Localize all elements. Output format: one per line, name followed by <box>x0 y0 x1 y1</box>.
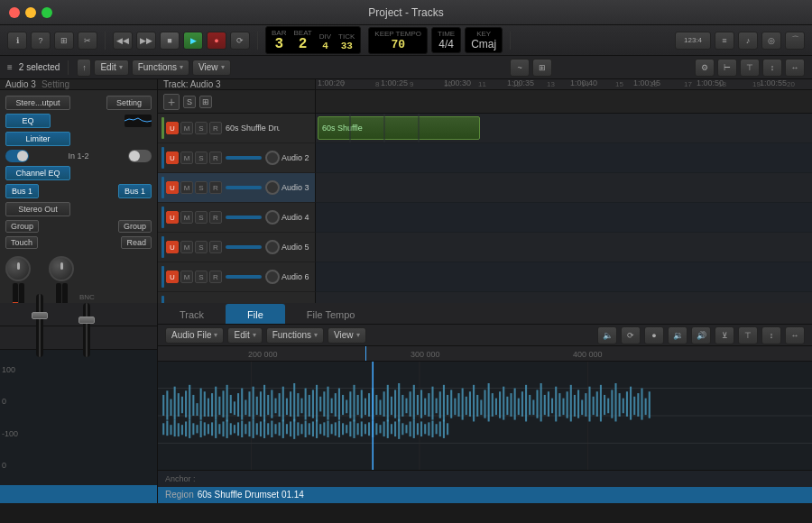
main-fader[interactable] <box>36 294 43 357</box>
rewind-button[interactable]: ◀◀ <box>113 32 133 50</box>
track-fader-6[interactable] <box>226 275 262 279</box>
speaker-icon-btn[interactable]: 🔈 <box>597 326 617 344</box>
track-lane-6[interactable] <box>316 262 812 292</box>
track-m-5[interactable]: M <box>180 241 193 253</box>
track-u-6[interactable]: U <box>166 271 179 283</box>
audio-file-dropdown[interactable]: Audio File ▾ <box>165 327 224 344</box>
add-track-button[interactable]: + <box>163 94 180 110</box>
waveform-display[interactable] <box>158 362 812 470</box>
snap-btn[interactable]: ⊞ <box>532 59 552 77</box>
track-s-4[interactable]: S <box>195 211 208 224</box>
track-r-5[interactable]: R <box>209 241 222 253</box>
track-knob-5[interactable] <box>265 240 280 254</box>
eq-btn[interactable]: EQ <box>5 114 51 128</box>
pan-knob-l[interactable] <box>5 256 31 281</box>
track-fader-2[interactable] <box>226 156 262 160</box>
nav-up-btn[interactable]: ⊤ <box>740 59 760 77</box>
track-m-4[interactable]: M <box>180 211 193 224</box>
fader-thumb[interactable] <box>32 312 48 319</box>
zoom-btn[interactable]: ⚙ <box>695 59 715 77</box>
vol-down-btn[interactable]: 🔉 <box>668 326 687 344</box>
track-lane-2[interactable] <box>316 143 812 173</box>
loop-button[interactable]: ⟳ <box>230 32 250 50</box>
track-m-6[interactable]: M <box>180 271 193 283</box>
help-button[interactable]: ? <box>31 32 51 50</box>
automation-btn[interactable]: ~ <box>510 59 530 77</box>
record-button[interactable]: ● <box>207 32 226 50</box>
track-u-4[interactable]: U <box>166 211 179 224</box>
track-r-btn-1[interactable]: R <box>209 122 222 134</box>
tab-file-tempo[interactable]: File Tempo <box>285 304 377 324</box>
track-lane-5[interactable] <box>316 233 812 262</box>
input-toggle[interactable] <box>5 150 29 162</box>
track-s-3[interactable]: S <box>195 181 208 194</box>
region-1[interactable]: 60s Shuffle <box>318 116 480 140</box>
bnc-fader-thumb[interactable] <box>78 317 95 324</box>
headphones-btn[interactable]: ⌒ <box>785 32 805 50</box>
vol-up-btn[interactable]: 🔊 <box>691 326 711 344</box>
fold-btn[interactable]: ⊞ <box>199 96 212 108</box>
stop-button[interactable]: ■ <box>160 32 180 50</box>
pan-knob-r[interactable] <box>49 256 74 281</box>
track-u-btn-1[interactable]: U <box>166 122 179 134</box>
lower-zoom-in[interactable]: ⊤ <box>738 326 758 344</box>
track-fader-3[interactable] <box>226 186 262 189</box>
group-btn[interactable]: Group <box>5 220 39 233</box>
lower-view-dropdown[interactable]: View ▾ <box>328 327 366 344</box>
track-fader-4[interactable] <box>226 216 262 219</box>
mixer-btn[interactable]: ≡ <box>715 32 734 50</box>
lower-expand[interactable]: ↔ <box>785 326 805 344</box>
maximize-button[interactable] <box>42 7 52 18</box>
read-btn[interactable]: Read <box>121 236 152 249</box>
track-knob-4[interactable] <box>265 210 280 225</box>
minimize-button[interactable] <box>25 7 36 18</box>
stereo-out-btn[interactable]: Stereo Out <box>5 202 70 216</box>
track-lane-3[interactable] <box>316 173 812 203</box>
close-button[interactable] <box>9 7 20 18</box>
loop-lower-btn[interactable]: ⟳ <box>621 326 641 344</box>
tab-track[interactable]: Track <box>158 304 226 324</box>
bnc-fader[interactable] <box>83 303 90 357</box>
track-r-2[interactable]: R <box>209 151 222 164</box>
link-btn[interactable]: ↕ <box>762 59 782 77</box>
bus1-btn[interactable]: Bus 1 <box>5 184 39 198</box>
track-lane-4[interactable] <box>316 203 812 233</box>
limiter-btn[interactable]: Limiter <box>5 132 70 146</box>
lower-link[interactable]: ↕ <box>761 326 781 344</box>
track-u-2[interactable]: U <box>166 151 179 164</box>
settings-button[interactable]: ✂ <box>78 32 97 50</box>
track-s-2[interactable]: S <box>195 151 208 164</box>
track-s-btn-1[interactable]: S <box>195 122 208 134</box>
lower-zoom-out[interactable]: ⊻ <box>715 326 734 344</box>
fast-forward-button[interactable]: ▶▶ <box>136 32 156 50</box>
nav-left-btn[interactable]: ⊢ <box>717 59 737 77</box>
track-knob-6[interactable] <box>265 270 280 284</box>
track-r-6[interactable]: R <box>209 271 222 283</box>
piano-btn[interactable]: ♪ <box>738 32 758 50</box>
track-fader-5[interactable] <box>226 245 262 249</box>
channel-eq-btn[interactable]: Channel EQ <box>5 166 70 180</box>
group2-btn[interactable]: Group <box>118 220 152 233</box>
region-up-button[interactable]: ↑ <box>77 59 91 77</box>
play-button[interactable]: ▶ <box>183 32 203 50</box>
info-button[interactable]: ℹ <box>7 32 27 50</box>
touch-btn[interactable]: Touch <box>5 236 38 249</box>
lower-edit-dropdown[interactable]: Edit ▾ <box>227 327 262 344</box>
track-u-3[interactable]: U <box>166 181 179 194</box>
view-dropdown[interactable]: View ▾ <box>192 60 231 76</box>
track-m-2[interactable]: M <box>180 151 193 164</box>
setting-btn[interactable]: Setting <box>106 96 152 110</box>
track-lane-1[interactable]: 60s Shuffle <box>316 114 812 143</box>
input-toggle2[interactable] <box>128 150 152 162</box>
track-knob-3[interactable] <box>265 180 280 195</box>
track-s-5[interactable]: S <box>195 241 208 253</box>
track-r-4[interactable]: R <box>209 211 222 224</box>
midi-button[interactable]: ⊞ <box>54 32 74 50</box>
tab-file[interactable]: File <box>226 304 285 324</box>
expand-btn[interactable]: ↔ <box>785 59 805 77</box>
track-m-btn-1[interactable]: M <box>180 122 193 134</box>
functions-dropdown[interactable]: Functions ▾ <box>132 60 189 76</box>
track-knob-2[interactable] <box>265 151 280 165</box>
speaker-btn[interactable]: ◎ <box>761 32 781 50</box>
track-m-3[interactable]: M <box>180 181 193 194</box>
